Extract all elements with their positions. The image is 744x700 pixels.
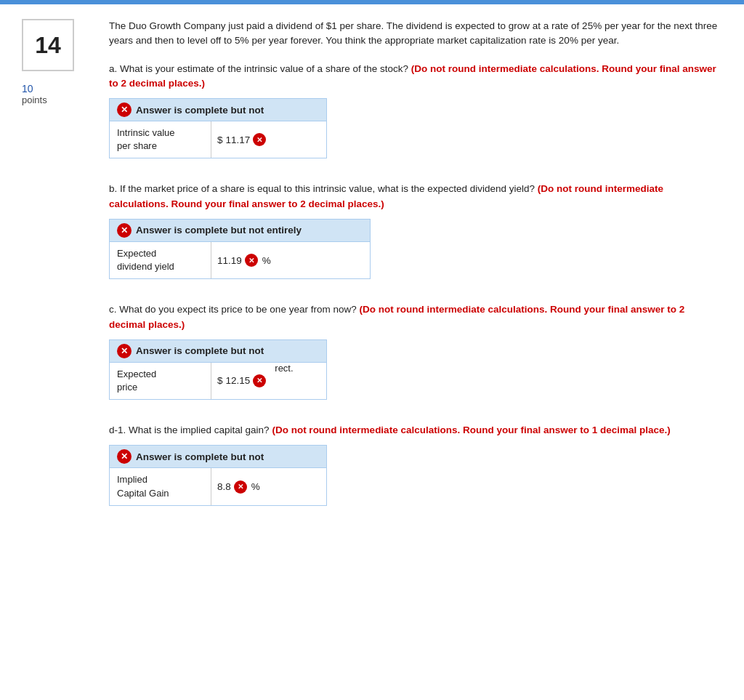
answer-box-d1: ✕ Answer is complete but not ImpliedCapi… <box>109 445 327 505</box>
answer-value-a: $ 11.17 ✕ <box>211 121 272 158</box>
truncated-c: rect. <box>275 363 293 399</box>
answer-label-a: Intrinsic valueper share <box>110 121 211 158</box>
answer-header-c: ✕ Answer is complete but not <box>110 340 326 363</box>
x-icon-a: ✕ <box>117 102 132 117</box>
question-number: 14 <box>22 19 74 71</box>
x-small-b: ✕ <box>245 254 258 267</box>
section-c: c. What do you expect its price to be on… <box>109 302 722 400</box>
points-value: 10 <box>22 83 102 94</box>
answer-label-c: Expectedprice <box>110 363 211 399</box>
answer-box-a: ✕ Answer is complete but not Intrinsic v… <box>109 98 327 158</box>
x-small-c: ✕ <box>253 374 266 387</box>
answer-label-b: Expecteddividend yield <box>110 242 211 278</box>
section-b: b. If the market price of a share is equ… <box>109 182 722 279</box>
answer-value-b: 11.19 ✕ % <box>211 242 277 278</box>
x-icon-c: ✕ <box>117 344 132 358</box>
answer-value-d1: 8.8 ✕ % <box>211 468 266 504</box>
question-d1-text: d-1. What is the implied capital gain? (… <box>109 423 722 438</box>
question-c-text: c. What do you expect its price to be on… <box>109 302 722 332</box>
answer-header-a: ✕ Answer is complete but not <box>110 99 326 121</box>
answer-row-a: Intrinsic valueper share $ 11.17 ✕ <box>110 121 326 158</box>
intro-text: The Duo Growth Company just paid a divid… <box>109 19 722 49</box>
section-d1: d-1. What is the implied capital gain? (… <box>109 423 722 506</box>
answer-header-d1: ✕ Answer is complete but not <box>110 446 326 468</box>
section-a: a. What is your estimate of the intrinsi… <box>109 62 722 159</box>
points-label: points <box>22 94 102 105</box>
answer-header-b: ✕ Answer is complete but not entirely <box>110 220 370 242</box>
answer-row-b: Expecteddividend yield 11.19 ✕ % <box>110 242 370 278</box>
left-column: 14 10 points <box>22 19 102 529</box>
x-small-a: ✕ <box>253 133 266 146</box>
answer-box-c: ✕ Answer is complete but not Expectedpri… <box>109 339 327 400</box>
right-column: The Duo Growth Company just paid a divid… <box>102 19 722 529</box>
answer-row-c: Expectedprice $ 12.15 ✕ rect. <box>110 363 326 399</box>
question-b-text: b. If the market price of a share is equ… <box>109 182 722 212</box>
x-small-d1: ✕ <box>234 480 247 494</box>
question-a-text: a. What is your estimate of the intrinsi… <box>109 62 722 92</box>
answer-row-d1: ImpliedCapital Gain 8.8 ✕ % <box>110 468 326 504</box>
answer-box-b: ✕ Answer is complete but not entirely Ex… <box>109 219 371 279</box>
answer-label-d1: ImpliedCapital Gain <box>110 468 211 504</box>
x-icon-d1: ✕ <box>117 449 132 464</box>
answer-value-c: $ 12.15 ✕ <box>211 363 272 399</box>
x-icon-b: ✕ <box>117 223 132 238</box>
